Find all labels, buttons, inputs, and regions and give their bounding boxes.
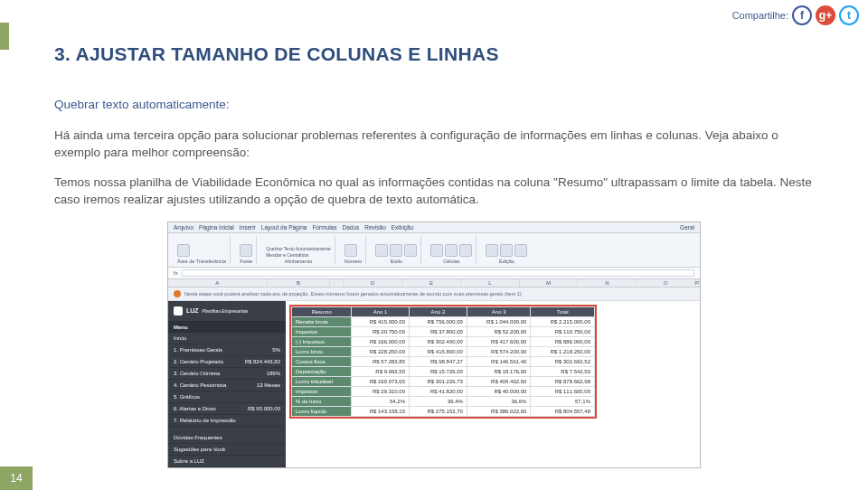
insert-cell-icon[interactable] — [430, 244, 443, 257]
accent-strip — [0, 23, 9, 50]
tab-view[interactable]: Exibição — [392, 224, 414, 231]
page-content: 3. AJUSTAR TAMANHO DE COLUNAS E LINHAS Q… — [0, 0, 868, 468]
sidebar-item[interactable]: 7. Relatório de Impressão — [168, 415, 286, 427]
ribbon-group-cells: Células — [427, 236, 476, 264]
merge-button[interactable]: Mesclar e Centralizar — [266, 252, 331, 258]
tab-insert[interactable]: Inserir — [240, 224, 256, 231]
sidebar-item[interactable]: Início — [168, 333, 286, 344]
menu-header: Menu — [168, 322, 286, 333]
sidebar-item[interactable]: 4. Cenário Pessimista13 Meses — [168, 380, 286, 391]
col-p[interactable]: P — [695, 279, 700, 287]
tab-formulas[interactable]: Fórmulas — [312, 224, 336, 231]
worksheet: LUZ Planilhas Empresariais Menu Início1.… — [168, 301, 700, 467]
col-d[interactable]: D — [344, 279, 402, 287]
fx-label: fx — [174, 270, 178, 276]
paragraph-1: Há ainda uma terceira opção para solucio… — [54, 127, 814, 162]
summary-table: ResumoAno 1Ano 2Ano 3Total Receita bruta… — [291, 306, 595, 417]
table-row: Lucro brutoR$ 228.250,00R$ 415.800,00R$ … — [292, 346, 595, 356]
col-o[interactable]: O — [637, 279, 695, 287]
font-icon[interactable] — [240, 244, 252, 257]
ribbon-tabs: Arquivo Página Inicial Inserir Layout da… — [168, 222, 700, 233]
subheading: Quebrar texto automaticamente: — [54, 98, 814, 111]
sidebar-logo: LUZ Planilhas Empresariais — [168, 301, 286, 322]
share-label: Compartilhe: — [732, 10, 788, 21]
luz-icon — [174, 306, 183, 316]
cell-style-icon[interactable] — [404, 244, 417, 257]
sidebar-footer-item[interactable]: Sobre a LUZ — [168, 456, 286, 467]
sidebar-item[interactable]: 5. Gráficos — [168, 391, 286, 403]
ribbon-group-align: Quebrar Texto Automaticamente Mesclar e … — [262, 236, 335, 264]
table-header: Ano 2 — [410, 306, 467, 316]
ribbon-group-font: Fonte — [236, 236, 257, 264]
sidebar-footer-item[interactable]: Dúvidas Frequentes — [168, 432, 286, 444]
excel-screenshot: Arquivo Página Inicial Inserir Layout da… — [167, 221, 701, 468]
ribbon-group-editing: Edição — [482, 236, 531, 264]
table-row: (-) ImpostosR$ 166.000,00R$ 302.400,00R$… — [292, 336, 595, 346]
ribbon-group-clipboard: Área de Transferência — [174, 236, 231, 264]
table-row: Receita brutaR$ 415.000,00R$ 756.000,00R… — [292, 316, 595, 326]
table-header: Resumo — [292, 306, 352, 316]
wrap-text-button[interactable]: Quebrar Texto Automaticamente — [266, 246, 331, 251]
info-icon — [174, 290, 181, 297]
tab-layout[interactable]: Layout da Página — [261, 224, 307, 231]
tab-home[interactable]: Página Inicial — [199, 224, 234, 231]
table-header: Ano 3 — [467, 306, 531, 316]
col-n[interactable]: N — [578, 279, 637, 287]
sidebar-item[interactable]: 6. Alertas e DicasR$ 95.000,00 — [168, 403, 286, 415]
paragraph-2: Temos nossa planilha de Viabilidade Econ… — [54, 174, 814, 209]
info-text: Nesta etapa você poderá analisar cada an… — [184, 291, 523, 297]
ribbon-extra: Geral — [680, 224, 694, 231]
sheet-sidebar: LUZ Planilhas Empresariais Menu Início1.… — [168, 301, 286, 467]
col-e[interactable]: E — [402, 279, 461, 287]
share-bar: Compartilhe: f g+ t — [732, 5, 859, 25]
page-title: 3. AJUSTAR TAMANHO DE COLUNAS E LINHAS — [54, 43, 814, 65]
table-header: Total — [531, 306, 595, 316]
table-row: Custos fixosR$ 57.283,85R$ 98.847,27R$ 1… — [292, 356, 595, 366]
ribbon-group-style: Estilo — [372, 236, 421, 264]
tab-review[interactable]: Revisão — [364, 224, 385, 231]
sort-icon[interactable] — [500, 244, 513, 257]
autosum-icon[interactable] — [486, 244, 498, 257]
col-m[interactable]: M — [520, 279, 579, 287]
formula-input[interactable] — [182, 269, 694, 277]
info-bar: Nesta etapa você poderá analisar cada an… — [168, 287, 700, 301]
table-row: Lucro tributávelR$ 160.973,65R$ 301.226,… — [292, 376, 595, 386]
table-row: ImpostosR$ 20.750,00R$ 37.800,00R$ 52.20… — [292, 326, 595, 336]
tab-data[interactable]: Dados — [342, 224, 359, 231]
number-icon[interactable] — [344, 244, 357, 257]
col-a[interactable]: A — [168, 279, 268, 287]
page-number-badge: 14 — [0, 466, 33, 490]
sidebar-item[interactable]: 3. Cenário Otimista189% — [168, 368, 286, 380]
highlighted-table: ResumoAno 1Ano 2Ano 3Total Receita bruta… — [289, 305, 597, 419]
table-row: ImpostosR$ 29.310,00R$ 41.820,00R$ 40.00… — [292, 386, 595, 396]
table-row: Lucro líquidoR$ 143.158,15R$ 275.152,70R… — [292, 406, 595, 416]
delete-cell-icon[interactable] — [445, 244, 458, 257]
ribbon-body: Área de Transferência Fonte Quebrar Text… — [168, 233, 700, 268]
googleplus-icon[interactable]: g+ — [816, 5, 835, 25]
paste-icon[interactable] — [177, 244, 190, 257]
table-row: DepreciaçãoR$ 9.992,50R$ 15.726,00R$ 18.… — [292, 366, 595, 376]
facebook-icon[interactable]: f — [792, 5, 812, 25]
sidebar-footer-item[interactable]: Sugestões para Você — [168, 444, 286, 456]
format-cell-icon[interactable] — [459, 244, 472, 257]
format-table-icon[interactable] — [390, 244, 402, 257]
sidebar-item[interactable]: 1. Premissas Gerais5% — [168, 344, 286, 356]
tab-file[interactable]: Arquivo — [174, 224, 193, 231]
column-headers: A B D E L M N O P — [168, 279, 700, 287]
formula-bar: fx — [168, 268, 700, 279]
col-gap[interactable] — [330, 279, 344, 287]
find-icon[interactable] — [514, 244, 527, 257]
ribbon-group-number: Número — [341, 236, 367, 264]
cond-format-icon[interactable] — [375, 244, 388, 257]
table-row: % do lucro54,2%36,4%36,6%57,1% — [292, 396, 595, 406]
col-l[interactable]: L — [461, 279, 520, 287]
table-header: Ano 1 — [352, 306, 410, 316]
sidebar-item[interactable]: 2. Cenário ProjetadoR$ 824.443,82 — [168, 356, 286, 368]
sheet-area: ResumoAno 1Ano 2Ano 3Total Receita bruta… — [286, 301, 700, 467]
col-b[interactable]: B — [268, 279, 331, 287]
twitter-icon[interactable]: t — [839, 5, 859, 25]
